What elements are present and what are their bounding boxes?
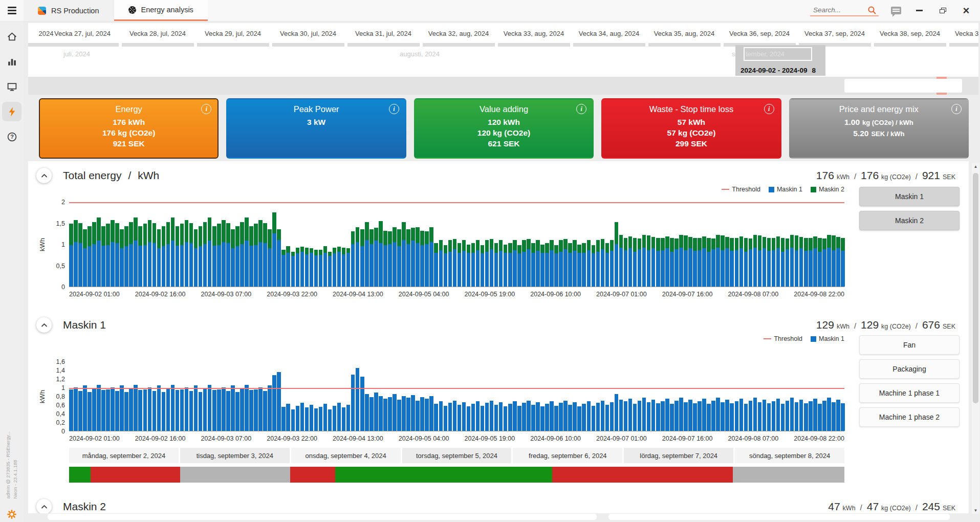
- bar-segment: [540, 245, 545, 253]
- total-energy-chart[interactable]: ThresholdMaskin 1Maskin 2kWh21,510,50202…: [33, 185, 848, 301]
- info-icon[interactable]: i: [389, 104, 399, 114]
- timeline-week-cell[interactable]: Vecka 32, aug, 2024: [428, 30, 489, 37]
- chart-bar: [106, 389, 110, 431]
- bar-segment: [749, 238, 753, 249]
- scroll-down-icon[interactable]: ▼: [972, 507, 979, 514]
- search-input[interactable]: [812, 6, 867, 14]
- timeline-week-cell[interactable]: Vecka 39, sep, 2024: [955, 30, 978, 37]
- timeline-week-cell[interactable]: Vecka 33, aug, 2024: [504, 30, 564, 37]
- legend-item-maskin-2[interactable]: Maskin 2: [811, 186, 844, 193]
- timeline-month-cell[interactable]: juli, 2024: [63, 50, 90, 58]
- bar-segment: [106, 245, 110, 287]
- bar-segment: [425, 231, 429, 244]
- collapse-icon[interactable]: [36, 168, 52, 183]
- info-icon[interactable]: i: [576, 104, 586, 114]
- chart-plot-area[interactable]: [69, 202, 844, 287]
- maskin1-chart[interactable]: ThresholdMaskin 1kWh1,61,41,210,80,60,40…: [33, 334, 848, 452]
- search-icon[interactable]: [867, 6, 877, 15]
- info-icon[interactable]: i: [764, 104, 774, 114]
- chart-bar: [111, 387, 115, 431]
- timeline-week-cell[interactable]: Vecka 37, sep, 2024: [804, 30, 865, 37]
- timeline-week-cell[interactable]: 2024: [39, 30, 54, 37]
- timeline-scroll-thumb[interactable]: [844, 79, 962, 93]
- timeline-week-cell[interactable]: Vecka 30, jul, 2024: [280, 30, 336, 37]
- sidebar-item-screens[interactable]: [2, 77, 21, 96]
- bar-segment: [323, 404, 328, 431]
- sidebar-item-home[interactable]: [2, 27, 21, 46]
- chart-bar: [813, 399, 817, 431]
- scroll-up-icon[interactable]: ▲: [972, 163, 979, 170]
- timeline-week-cell[interactable]: Vecka 38, sep, 2024: [880, 30, 940, 37]
- filter-button-maskin-2[interactable]: Maskin 2: [859, 211, 960, 230]
- sidebar-item-statistics[interactable]: [2, 52, 21, 71]
- bar-segment: [458, 405, 462, 431]
- timeline-week-cell[interactable]: Vecka 35, aug, 2024: [654, 30, 715, 37]
- chart-bar: [730, 403, 734, 431]
- legend-item-maskin-1[interactable]: Maskin 1: [769, 186, 802, 193]
- info-icon[interactable]: i: [201, 104, 211, 114]
- tab-rs-production[interactable]: RS Production: [24, 0, 114, 21]
- filter-button-machine-1-phase-2[interactable]: Machine 1 phase 2: [859, 407, 960, 427]
- bar-segment: [786, 249, 790, 287]
- legend-item-threshold[interactable]: Threshold: [764, 335, 802, 342]
- scroll-thumb[interactable]: [973, 173, 978, 403]
- timeline-selected-range[interactable]: tember, 2024 2024-09-02 - 2024-09 8: [735, 45, 825, 76]
- timeline-week-cell[interactable]: Vecka 34, aug, 2024: [579, 30, 640, 37]
- chart-bar: [647, 235, 651, 287]
- timeline-week-cell[interactable]: Vecka 27, jul, 2024: [54, 30, 111, 37]
- filter-button-machine-1-phase-1[interactable]: Machine 1 phase 1: [859, 383, 960, 403]
- bar-segment: [333, 248, 337, 254]
- timeline-month-cell[interactable]: augusti, 2024: [400, 50, 440, 58]
- kpi-card-price-and-energy-mix[interactable]: Price and energy mixi1.00kg (CO2e) / kWh…: [789, 98, 969, 159]
- chart-bar: [235, 392, 239, 431]
- chat-icon[interactable]: [891, 7, 901, 14]
- minimize-icon[interactable]: [913, 4, 925, 17]
- kpi-card-energy[interactable]: Energyi176 kWh176 kg (CO2e)921 SEK: [39, 98, 219, 159]
- restore-icon[interactable]: [937, 4, 948, 17]
- chart-bar: [647, 402, 651, 431]
- chart-bar: [767, 238, 771, 287]
- kpi-card-value-adding[interactable]: Value addingi120 kWh120 kg (CO2e)621 SEK: [414, 98, 594, 159]
- menu-icon[interactable]: [0, 0, 24, 21]
- chart-bar: [291, 409, 295, 431]
- kpi-card-waste-stop-time-loss[interactable]: Waste - Stop time lossi57 kWh57 kg (CO2e…: [601, 98, 781, 159]
- close-icon[interactable]: ×: [961, 4, 972, 17]
- filter-button-fan[interactable]: Fan: [859, 335, 960, 355]
- legend-item-maskin-1[interactable]: Maskin 1: [811, 335, 844, 342]
- sidebar-item-help[interactable]: ?: [2, 127, 21, 146]
- info-icon[interactable]: i: [951, 104, 962, 114]
- bar-segment: [735, 250, 739, 287]
- bar-segment: [582, 253, 586, 287]
- chart-legend: ThresholdMaskin 1: [764, 335, 844, 342]
- kpi-card-peak-power[interactable]: Peak Poweri3 kW: [226, 98, 406, 159]
- timeline-week-cell[interactable]: Vecka 36, sep, 2024: [729, 30, 790, 37]
- day-cell: onsdag, september 4, 2024: [291, 448, 401, 463]
- x-tick-label: 2024-09-06 10:00: [530, 291, 581, 298]
- legend-item-threshold[interactable]: Threshold: [722, 186, 760, 193]
- chart-bar: [83, 229, 87, 287]
- bar-segment: [753, 248, 757, 287]
- collapse-icon[interactable]: [36, 499, 52, 513]
- filter-button-maskin-1[interactable]: Maskin 1: [859, 187, 960, 206]
- bar-segment: [78, 243, 82, 287]
- chart-bar: [153, 391, 157, 431]
- sidebar-item-energy-analysis[interactable]: [2, 102, 21, 121]
- bar-segment: [813, 248, 817, 287]
- chart-plot-area[interactable]: [69, 362, 844, 431]
- bar-segment: [411, 228, 415, 241]
- chart-bar: [540, 245, 545, 287]
- timeline-week-cell[interactable]: Vecka 28, jul, 2024: [129, 30, 186, 37]
- collapse-icon[interactable]: [36, 317, 52, 333]
- svg-text:?: ?: [10, 134, 14, 140]
- timeline-week-cell[interactable]: Vecka 29, jul, 2024: [205, 30, 261, 37]
- sidebar-item-settings[interactable]: [0, 509, 24, 520]
- chart-bar: [513, 401, 517, 431]
- bar-segment: [596, 240, 600, 252]
- bar-segment: [592, 406, 596, 431]
- summary-separator: /: [854, 172, 856, 181]
- tab-energy-analysis[interactable]: Energy analysis: [114, 0, 208, 21]
- bar-segment: [69, 245, 73, 287]
- filter-button-packaging[interactable]: Packaging: [859, 359, 960, 379]
- timeline-week-cell[interactable]: Vecka 31, jul, 2024: [355, 30, 411, 37]
- chart-bar: [809, 238, 813, 287]
